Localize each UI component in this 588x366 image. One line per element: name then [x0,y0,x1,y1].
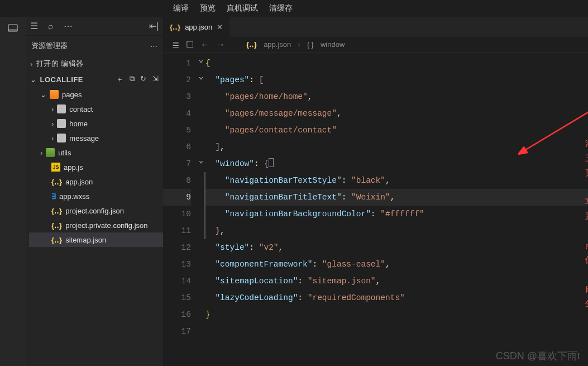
nav-back-icon[interactable]: ← [200,40,209,50]
folder-icon [57,134,66,142]
refresh-icon[interactable]: ↻ [140,74,147,84]
tree-file-projectprivate[interactable]: {‥} project.private.config.json [29,218,163,232]
chevron-right-icon [51,134,54,142]
folder-icon [57,104,66,113]
editor: {‥} app.json ✕ ≣ ☐ ← → {‥} app.json › { … [163,17,588,366]
new-folder-icon[interactable]: ⧉ [130,74,135,84]
tree-folder-home[interactable]: home [29,116,163,131]
line-gutter: 1 2 3 4 5 6 7 8 9 10 11 12 13 14 15 16 1… [163,53,197,366]
menu-preview[interactable]: 预览 [200,3,216,13]
file-tree: pages contact home message utils [26,87,163,247]
tabbar: {‥} app.json ✕ [163,17,588,37]
cursor [269,158,274,167]
bookmark-icon[interactable]: ☐ [186,39,194,50]
tree-folder-utils[interactable]: utils [29,145,163,160]
breadcrumb-file[interactable]: app.json [264,40,291,49]
chevron-down-icon [30,75,37,84]
wxss-file-icon: ∃ [51,192,56,201]
svg-rect-1 [8,29,17,31]
project-section[interactable]: LOCALLIFE ＋ ⧉ ↻ ⇲ [26,72,163,87]
json-file-icon: {‥} [51,236,62,244]
sidebar-toolbar: ☰ ⌕ ⋯ ⇤| [26,17,163,36]
code-area[interactable]: 1 2 3 4 5 6 7 8 9 10 11 12 13 14 15 16 1… [163,53,588,366]
breadcrumb-bar: ≣ ☐ ← → {‥} app.json › { } window [163,37,588,53]
tree-file-appjs[interactable]: JS app.js [29,160,163,174]
folder-icon [46,148,55,157]
activity-bar [0,17,26,366]
js-file-icon: JS [51,163,60,172]
tree-file-appjson[interactable]: {‥} app.json [29,174,163,189]
chevron-right-icon [30,60,33,68]
tree-file-projectconfig[interactable]: {‥} project.config.json [29,203,163,218]
folder-icon [50,90,59,99]
more-icon[interactable]: ⋯ [64,21,73,31]
open-editors-label: 打开的 编辑器 [36,59,84,69]
search-icon[interactable]: ⌕ [48,21,54,31]
tab-appjson[interactable]: {‥} app.json ✕ [163,17,230,37]
code-lines[interactable]: { "pages": [ "pages/home/home", "pages/m… [205,53,588,366]
list-icon[interactable]: ≣ [172,39,179,50]
tree-folder-message[interactable]: message [29,131,163,145]
explorer-title-row: 资源管理器 ⋯ [26,36,163,56]
chevron-right-icon [51,105,54,113]
menu-clear-cache[interactable]: 清缓存 [269,3,293,13]
tree-file-sitemap[interactable]: {‥} sitemap.json [29,232,163,247]
object-icon: { } [307,40,314,49]
collapse-all-icon[interactable]: ⇲ [152,74,159,84]
json-file-icon: {‥} [246,40,257,49]
close-icon[interactable]: ✕ [217,23,223,31]
folder-icon [57,119,66,128]
breadcrumb-symbol[interactable]: window [321,40,345,49]
explorer-more-icon[interactable]: ⋯ [150,42,157,50]
open-editors-section[interactable]: 打开的 编辑器 [26,56,163,72]
project-name: LOCALLIFE [40,75,83,84]
menu-device-debug[interactable]: 真机调试 [227,3,258,13]
chevron-right-icon [51,120,54,128]
collapse-side-icon[interactable]: ⇤| [149,21,159,31]
json-file-icon: {‥} [51,178,62,186]
json-file-icon: {‥} [51,221,62,230]
explorer-title: 资源管理器 [31,41,68,51]
tree-file-appwxss[interactable]: ∃ app.wxss [29,189,163,203]
tree-folder-pages[interactable]: pages [29,87,163,102]
tab-label: app.json [185,23,212,31]
json-file-icon: {‥} [170,23,180,31]
nav-forward-icon[interactable]: → [216,40,225,50]
sidebar: ☰ ⌕ ⋯ ⇤| 资源管理器 ⋯ 打开的 编辑器 LOCALLIFE ＋ ⧉ ↻… [26,17,163,366]
menu-compile[interactable]: 编译 [173,3,189,13]
panel-icon[interactable] [7,22,18,34]
chevron-right-icon [40,149,42,157]
json-file-icon: {‥} [51,207,62,215]
new-file-icon[interactable]: ＋ [116,74,124,84]
chevron-down-icon [40,91,46,99]
menu-icon[interactable]: ☰ [30,21,38,31]
tree-folder-contact[interactable]: contact [29,102,163,116]
top-menu: 编译 预览 真机调试 清缓存 [0,0,588,17]
